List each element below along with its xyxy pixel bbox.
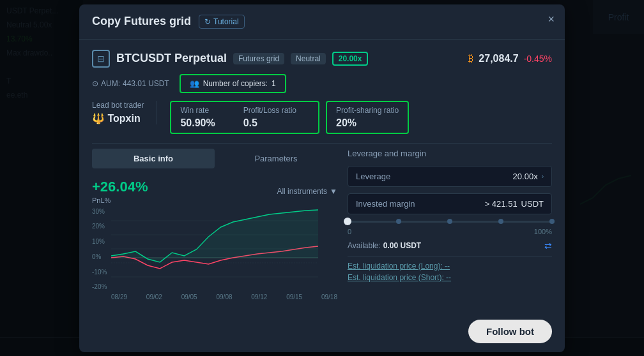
- x-axis-labels: 08/29 09/02 09/05 09/08 09/12 09/15 09/1…: [92, 293, 337, 300]
- trader-icon: 🔱: [92, 113, 105, 124]
- profit-loss-block: Profit/Loss ratio 0.5: [243, 106, 309, 129]
- bot-name: BTCUSDT Perpetual: [116, 52, 227, 65]
- copiers-box: 👥 Number of copiers: 1: [180, 74, 286, 93]
- arrow-right-icon: ›: [542, 173, 544, 180]
- btc-icon: ₿: [468, 53, 473, 64]
- close-button[interactable]: ×: [548, 13, 555, 25]
- invested-margin-value: > 421.51: [485, 199, 518, 209]
- slider-tick-100: [549, 219, 555, 224]
- divider-2: [348, 256, 552, 256]
- available-row: Available: 0.00 USDT ⇄: [348, 241, 552, 251]
- margin-slider[interactable]: 0 100%: [348, 221, 552, 235]
- win-rate-label: Win rate: [180, 106, 215, 115]
- win-rate-profit-box: Win rate 50.90% Profit/Loss ratio 0.5: [170, 101, 319, 134]
- copy-futures-modal: Copy Futures grid ↻ Tutorial × ⊟ BTCUSDT…: [79, 4, 565, 352]
- type-tag: Futures grid: [233, 53, 284, 64]
- leverage-section-title: Leverage and margin: [348, 149, 552, 158]
- liquidation-short[interactable]: Est. liquidation price (Short): --: [348, 273, 552, 282]
- lead-trader-name: 🔱 Topxin: [92, 112, 144, 124]
- slider-track: [348, 221, 552, 223]
- modal-overlay: Copy Futures grid ↻ Tutorial × ⊟ BTCUSDT…: [0, 0, 644, 356]
- pnl-chart: [92, 208, 318, 291]
- chart-header: +26.04% PnL% All instruments ▼: [92, 179, 337, 204]
- bot-icon: ⊟: [92, 50, 110, 68]
- profit-sharing-value: 20%: [336, 117, 399, 129]
- pnl-group: +26.04% PnL%: [92, 179, 148, 204]
- profit-loss-label: Profit/Loss ratio: [243, 106, 296, 115]
- slider-tick-75: [498, 219, 503, 224]
- aum-icon: ⊙: [92, 79, 98, 88]
- tutorial-button[interactable]: ↻ Tutorial: [199, 15, 245, 29]
- content-area: Basic info Parameters +26.04% PnL% All i…: [92, 149, 552, 300]
- leverage-value-group: 20.00x ›: [513, 172, 544, 181]
- aum-row: ⊙ AUM: 443.01 USDT 👥 Number of copiers: …: [92, 74, 552, 93]
- modal-header: Copy Futures grid ↻ Tutorial ×: [79, 4, 565, 40]
- slider-tick-25: [396, 219, 401, 224]
- stats-row: Lead bot trader 🔱 Topxin Win rate 50.90%…: [92, 101, 552, 134]
- left-panel: Basic info Parameters +26.04% PnL% All i…: [92, 149, 337, 300]
- leverage-label: Leverage: [356, 172, 390, 181]
- slider-tick-50: [447, 219, 452, 224]
- tabs: Basic info Parameters: [92, 149, 337, 168]
- lead-trader-block: Lead bot trader 🔱 Topxin: [92, 101, 157, 124]
- price-change: -0.45%: [524, 54, 552, 64]
- price-value: 27,084.7: [479, 53, 518, 64]
- slider-max: 100%: [534, 228, 552, 235]
- pnl-label: PnL%: [92, 197, 148, 204]
- right-panel: Leverage and margin Leverage 20.00x › In…: [348, 149, 552, 300]
- chart-container: 30% 20% 10% 0% -10% -20%: [92, 208, 337, 291]
- instruments-dropdown[interactable]: All instruments ▼: [277, 187, 337, 196]
- win-rate-value: 50.90%: [180, 117, 215, 129]
- follow-btn-container: Follow bot: [79, 311, 565, 352]
- invested-margin-label: Invested margin: [356, 199, 415, 209]
- divider: [92, 143, 552, 144]
- invested-margin-value-group: > 421.51 USDT: [485, 199, 544, 209]
- bot-left-info: ⊟ BTCUSDT Perpetual Futures grid Neutral…: [92, 50, 368, 68]
- refresh-icon: ↻: [204, 17, 211, 26]
- profit-sharing-label: Profit-sharing ratio: [336, 106, 399, 115]
- tab-parameters[interactable]: Parameters: [215, 149, 337, 168]
- pnl-value: +26.04%: [92, 179, 148, 195]
- profit-loss-value: 0.5: [243, 117, 296, 129]
- price-info: ₿ 27,084.7 -0.45%: [468, 53, 552, 64]
- slider-min: 0: [348, 228, 351, 235]
- follow-bot-button[interactable]: Follow bot: [468, 320, 552, 343]
- available-value: 0.00 USDT: [383, 241, 421, 250]
- modal-title: Copy Futures grid: [92, 15, 191, 28]
- profit-sharing-box: Profit-sharing ratio 20%: [326, 101, 409, 134]
- exchange-icon[interactable]: ⇄: [544, 241, 552, 251]
- modal-body: ⊟ BTCUSDT Perpetual Futures grid Neutral…: [79, 40, 565, 311]
- bot-info-row: ⊟ BTCUSDT Perpetual Futures grid Neutral…: [92, 50, 552, 68]
- leverage-value: 20.00x: [513, 172, 538, 181]
- leverage-tag: 20.00x: [332, 52, 369, 66]
- aum-info: ⊙ AUM: 443.01 USDT: [92, 79, 169, 88]
- liquidation-long[interactable]: Est. liquidation price (Long): --: [348, 262, 552, 271]
- tab-basic-info[interactable]: Basic info: [92, 149, 215, 168]
- invested-margin-row[interactable]: Invested margin > 421.51 USDT: [348, 193, 552, 214]
- svg-marker-6: [111, 210, 318, 262]
- direction-tag: Neutral: [291, 53, 326, 64]
- leverage-input-row[interactable]: Leverage 20.00x ›: [348, 166, 552, 187]
- slider-thumb[interactable]: [344, 218, 351, 225]
- lead-trader-label: Lead bot trader: [92, 101, 144, 110]
- win-rate-block: Win rate 50.90%: [180, 106, 227, 129]
- y-axis-labels: 30% 20% 10% 0% -10% -20%: [92, 208, 107, 291]
- available-label: Available:: [348, 241, 381, 250]
- copiers-icon: 👥: [190, 79, 199, 88]
- chevron-down-icon: ▼: [330, 187, 337, 196]
- invested-margin-unit: USDT: [521, 199, 544, 209]
- slider-range-labels: 0 100%: [348, 228, 552, 235]
